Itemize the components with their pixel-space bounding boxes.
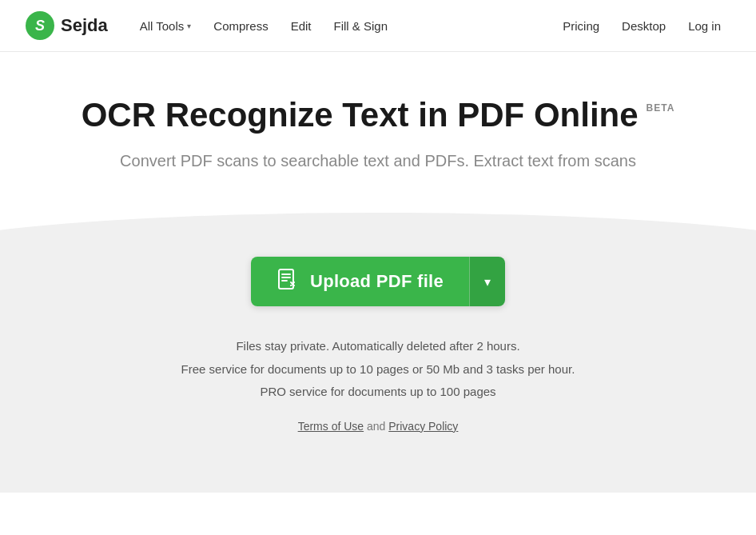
nav-label-desktop: Desktop [622, 19, 666, 33]
terms-of-use-link[interactable]: Terms of Use [298, 420, 364, 433]
logo-icon: S [26, 11, 54, 40]
arch-section: Upload PDF file ▾ Files stay private. Au… [0, 213, 756, 457]
info-line-2: Free service for documents up to 10 page… [181, 358, 575, 381]
arch-content: Upload PDF file ▾ Files stay private. Au… [0, 213, 756, 457]
upload-pdf-button[interactable]: Upload PDF file [251, 257, 469, 306]
beta-badge: BETA [647, 102, 675, 114]
nav-item-login[interactable]: Log in [678, 13, 730, 39]
page-title: OCR Recognize Text in PDF Online BETA [82, 96, 675, 134]
logo-text: Sejda [61, 15, 108, 36]
nav-label-pricing: Pricing [563, 19, 599, 33]
terms-and-text: and [367, 420, 385, 433]
pdf-upload-icon [277, 268, 299, 296]
nav-label-all-tools: All Tools [140, 19, 185, 33]
nav-item-compress[interactable]: Compress [204, 13, 277, 39]
nav-label-login: Log in [688, 19, 721, 33]
terms-text: Terms of Use and Privacy Policy [298, 420, 459, 433]
nav-label-compress: Compress [213, 19, 268, 33]
nav-links: All Tools ▾ Compress Edit Fill & Sign [130, 13, 554, 39]
page-title-text: OCR Recognize Text in PDF Online [82, 96, 639, 134]
navbar: S Sejda All Tools ▾ Compress Edit Fill &… [0, 0, 756, 52]
upload-button-label: Upload PDF file [310, 271, 444, 292]
nav-item-all-tools[interactable]: All Tools ▾ [130, 13, 201, 39]
nav-item-fill-sign[interactable]: Fill & Sign [324, 13, 398, 39]
info-line-1: Files stay private. Automatically delete… [181, 335, 575, 358]
chevron-down-icon: ▾ [187, 22, 191, 30]
privacy-policy-link[interactable]: Privacy Policy [388, 420, 458, 433]
nav-label-edit: Edit [291, 19, 312, 33]
info-text-block: Files stay private. Automatically delete… [181, 335, 575, 404]
nav-right: Pricing Desktop Log in [553, 13, 730, 39]
page-subtitle: Convert PDF scans to searchable text and… [120, 149, 636, 173]
nav-item-pricing[interactable]: Pricing [553, 13, 609, 39]
upload-button-container: Upload PDF file ▾ [251, 257, 505, 306]
logo-link[interactable]: S Sejda [26, 11, 108, 40]
dropdown-arrow-icon: ▾ [484, 274, 491, 289]
main-content: OCR Recognize Text in PDF Online BETA Co… [0, 52, 756, 457]
info-line-3: PRO service for documents up to 100 page… [181, 381, 575, 404]
upload-dropdown-button[interactable]: ▾ [469, 257, 505, 306]
nav-item-desktop[interactable]: Desktop [612, 13, 675, 39]
nav-label-fill-sign: Fill & Sign [334, 19, 388, 33]
nav-item-edit[interactable]: Edit [281, 13, 321, 39]
